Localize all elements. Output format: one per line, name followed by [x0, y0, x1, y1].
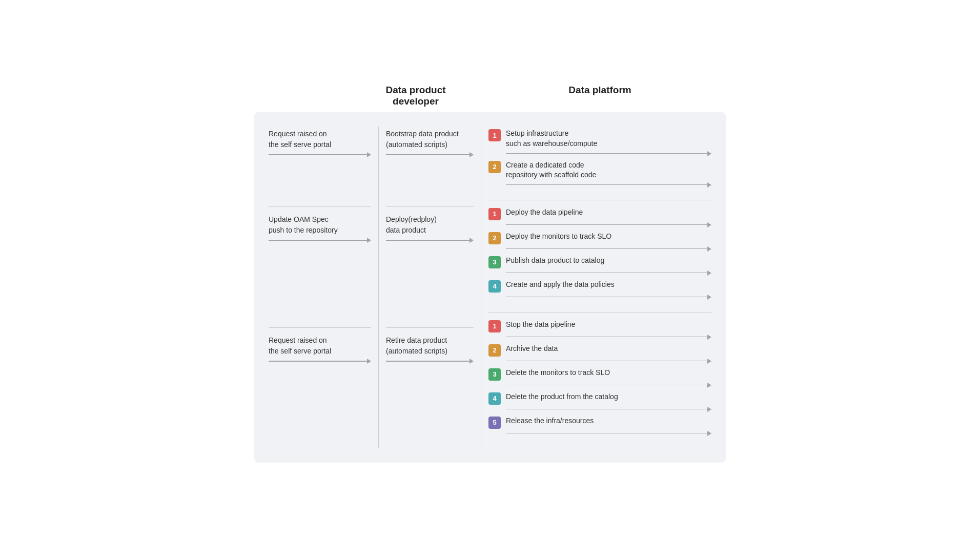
mid-column: Bootstrap data product(automated scripts… [379, 127, 481, 448]
step-arrow-retire-3 [506, 383, 711, 388]
mid-label-deploy: Deploy(redploy)data product [386, 214, 474, 235]
col1-header: Data product developer [364, 85, 467, 107]
left-section-deploy: Update OAM Specpush to the repository [269, 206, 371, 323]
left-label-retire: Request raised onthe self serve portal [269, 335, 371, 356]
right-step-bootstrap-1: 1 Setup infrastructuresuch as warehouse/… [488, 129, 711, 156]
step-text-bootstrap-2: Create a dedicated coderepository with s… [506, 160, 596, 180]
step-arrow-deploy-2 [506, 246, 711, 252]
badge-retire-1: 1 [488, 320, 501, 332]
mid-section-bootstrap: Bootstrap data product(automated scripts… [386, 127, 474, 202]
right-column: 1 Setup infrastructuresuch as warehouse/… [481, 127, 711, 448]
step-text-retire-3: Delete the monitors to track SLO [506, 368, 610, 378]
left-arrow-deploy [269, 238, 371, 243]
step-text-retire-1: Stop the data pipeline [506, 320, 575, 330]
step-text-retire-4: Delete the product from the catalog [506, 392, 618, 402]
columns-layout: Request raised onthe self serve portal U… [269, 127, 711, 448]
step-arrow-retire-5 [506, 431, 711, 436]
badge-deploy-1: 1 [488, 208, 501, 220]
step-text-deploy-2: Deploy the monitors to track SLO [506, 232, 611, 242]
badge-retire-3: 3 [488, 368, 501, 381]
right-step-retire-3: 3 Delete the monitors to track SLO [488, 368, 711, 388]
right-step-deploy-1: 1 Deploy the data pipeline [488, 207, 711, 227]
badge-deploy-3: 3 [488, 256, 501, 268]
badge-retire-5: 5 [488, 417, 501, 429]
badge-deploy-4: 4 [488, 280, 501, 293]
step-text-deploy-4: Create and apply the data policies [506, 280, 615, 290]
left-section-retire: Request raised onthe self serve portal [269, 327, 371, 371]
left-arrow-retire [269, 359, 371, 364]
diagram-container: Data product developer Data platform Req… [254, 78, 726, 462]
step-arrow-deploy-3 [506, 270, 711, 276]
right-step-deploy-3: 3 Publish data product to catalog [488, 256, 711, 276]
left-column: Request raised onthe self serve portal U… [269, 127, 379, 448]
step-arrow-retire-1 [506, 335, 711, 340]
step-arrow-bootstrap-1 [506, 151, 711, 156]
right-step-deploy-2: 2 Deploy the monitors to track SLO [488, 232, 711, 252]
step-arrow-deploy-4 [506, 295, 711, 300]
step-text-retire-5: Release the infra/resources [506, 416, 594, 426]
step-text-bootstrap-1: Setup infrastructuresuch as warehouse/co… [506, 129, 597, 149]
mid-section-deploy: Deploy(redploy)data product [386, 206, 474, 323]
col3-header: Data platform [467, 85, 726, 107]
mid-arrow-bootstrap [386, 152, 474, 157]
left-section-bootstrap: Request raised onthe self serve portal [269, 127, 371, 202]
right-step-retire-2: 2 Archive the data [488, 344, 711, 364]
step-arrow-bootstrap-2 [506, 182, 711, 188]
badge-deploy-2: 2 [488, 232, 501, 244]
right-step-retire-4: 4 Delete the product from the catalog [488, 392, 711, 412]
badge-retire-2: 2 [488, 344, 501, 357]
column-headers: Data product developer Data platform [254, 85, 726, 107]
mid-arrow-retire [386, 359, 474, 364]
left-label-deploy: Update OAM Specpush to the repository [269, 214, 371, 235]
right-step-bootstrap-2: 2 Create a dedicated coderepository with… [488, 160, 711, 188]
right-step-deploy-4: 4 Create and apply the data policies [488, 280, 711, 300]
step-arrow-deploy-1 [506, 222, 711, 227]
badge-retire-4: 4 [488, 392, 501, 405]
col1-header-spacer [254, 85, 364, 107]
left-arrow-bootstrap [269, 152, 371, 157]
right-step-retire-5: 5 Release the infra/resources [488, 416, 711, 436]
mid-arrow-deploy [386, 238, 474, 243]
badge-bootstrap-1: 1 [488, 129, 501, 141]
step-arrow-retire-2 [506, 359, 711, 364]
step-text-deploy-3: Publish data product to catalog [506, 256, 604, 266]
mid-label-bootstrap: Bootstrap data product(automated scripts… [386, 129, 474, 150]
badge-bootstrap-2: 2 [488, 161, 501, 173]
right-section-deploy: 1 Deploy the data pipeline 2 Deploy the … [488, 200, 711, 308]
right-step-retire-1: 1 Stop the data pipeline [488, 320, 711, 340]
right-section-bootstrap: 1 Setup infrastructuresuch as warehouse/… [488, 127, 711, 195]
left-label-bootstrap: Request raised onthe self serve portal [269, 129, 371, 150]
step-text-deploy-1: Deploy the data pipeline [506, 207, 583, 218]
main-diagram: Request raised onthe self serve portal U… [254, 112, 726, 462]
right-section-retire: 1 Stop the data pipeline 2 Archive the d… [488, 312, 711, 444]
mid-label-retire: Retire data product(automated scripts) [386, 335, 474, 356]
mid-section-retire: Retire data product(automated scripts) [386, 327, 474, 371]
step-arrow-retire-4 [506, 407, 711, 412]
step-text-retire-2: Archive the data [506, 344, 558, 354]
